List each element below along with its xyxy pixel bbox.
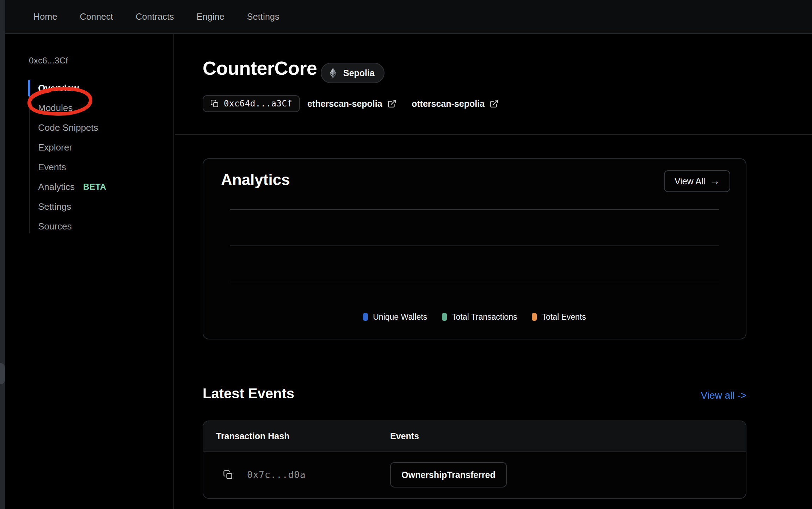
nav-item-connect[interactable]: Connect	[80, 12, 113, 22]
transaction-hash-cell: 0x7c...d0a	[203, 470, 390, 480]
legend-item-total-events: Total Events	[532, 312, 586, 322]
sidebar-item-modules[interactable]: Modules	[29, 98, 163, 118]
beta-badge: BETA	[83, 182, 106, 192]
sidebar-item-settings[interactable]: Settings	[29, 197, 163, 216]
table-header-row: Transaction Hash Events	[203, 421, 746, 452]
legend-swatch	[532, 313, 537, 321]
sidebar-item-sources[interactable]: Sources	[29, 216, 163, 236]
otterscan-link-label: otterscan-sepolia	[412, 99, 485, 109]
transaction-hash-text: 0x7c...d0a	[247, 470, 306, 480]
arrow-right-icon: →	[710, 176, 720, 187]
nav-item-settings[interactable]: Settings	[247, 12, 279, 22]
latest-events-title: Latest Events	[203, 386, 294, 401]
table-row[interactable]: 0x7c...d0a OwnershipTransferred	[203, 452, 746, 498]
chart-legend: Unique Wallets Total Transactions Total …	[203, 311, 746, 323]
analytics-view-all-button[interactable]: View All →	[664, 170, 730, 192]
sidebar-item-label: Explorer	[38, 142, 72, 153]
sidebar-item-label: Modules	[38, 103, 73, 114]
contract-sidebar: 0xc6...3Cf Overview Modules Code Snippet…	[5, 34, 174, 509]
sidebar-item-overview[interactable]: Overview	[29, 78, 163, 98]
column-header-events: Events	[390, 431, 419, 441]
legend-swatch	[442, 313, 447, 321]
nav-item-home[interactable]: Home	[33, 12, 57, 22]
network-badge-label: Sepolia	[343, 68, 375, 78]
analytics-title: Analytics	[221, 171, 290, 189]
legend-label: Unique Wallets	[373, 312, 427, 322]
contract-address-chip[interactable]: 0xc64d...a3Cf	[203, 95, 300, 112]
view-all-label: View All	[675, 176, 705, 186]
main-content: CounterCore Sepolia 0xc64d...a3Cf ethers…	[175, 34, 812, 509]
copy-icon	[210, 99, 219, 108]
otterscan-link[interactable]: otterscan-sepolia	[412, 95, 499, 112]
sidebar-item-label: Code Snippets	[38, 122, 98, 133]
nav-item-contracts[interactable]: Contracts	[136, 12, 174, 22]
sidebar-item-events[interactable]: Events	[29, 157, 163, 177]
legend-label: Total Transactions	[452, 312, 517, 322]
legend-item-unique-wallets: Unique Wallets	[363, 312, 427, 322]
event-badge[interactable]: OwnershipTransferred	[390, 462, 507, 487]
nav-item-engine[interactable]: Engine	[197, 12, 224, 22]
etherscan-link[interactable]: etherscan-sepolia	[307, 95, 396, 112]
sidebar-nav-list: Overview Modules Code Snippets Explorer …	[29, 78, 163, 236]
sidebar-item-code-snippets[interactable]: Code Snippets	[29, 118, 163, 137]
column-header-transaction-hash: Transaction Hash	[203, 431, 390, 441]
header-divider	[175, 134, 812, 135]
etherscan-link-label: etherscan-sepolia	[307, 99, 382, 109]
network-badge[interactable]: Sepolia	[321, 63, 385, 83]
sidebar-item-label: Analytics	[38, 182, 75, 192]
sidebar-item-label: Events	[38, 162, 66, 173]
chart-gridline	[230, 245, 719, 246]
ethereum-icon	[327, 67, 339, 79]
analytics-card: Analytics View All → Unique Wallets Tota…	[203, 158, 746, 339]
sidebar-item-label: Sources	[38, 221, 72, 232]
legend-label: Total Events	[542, 312, 586, 322]
external-link-icon	[387, 99, 396, 108]
window-edge-strip	[0, 0, 5, 509]
chart-gridline	[230, 209, 719, 210]
sidebar-item-explorer[interactable]: Explorer	[29, 137, 163, 157]
top-navigation: Home Connect Contracts Engine Settings	[0, 0, 812, 34]
copy-hash-button[interactable]	[223, 470, 233, 480]
legend-swatch	[363, 313, 368, 321]
drag-handle[interactable]	[0, 363, 5, 384]
sidebar-contract-address: 0xc6...3Cf	[29, 56, 68, 66]
external-link-icon	[490, 99, 499, 108]
chart-gridline	[230, 282, 719, 282]
latest-events-table: Transaction Hash Events 0x7c...d0a Owner…	[203, 421, 746, 499]
latest-events-view-all-link[interactable]: View all ->	[701, 390, 746, 401]
sidebar-item-analytics[interactable]: Analytics BETA	[29, 177, 163, 197]
sidebar-item-label: Overview	[38, 83, 79, 94]
legend-item-total-transactions: Total Transactions	[442, 312, 517, 322]
sidebar-item-label: Settings	[38, 201, 71, 212]
copy-icon	[223, 470, 233, 480]
contract-address-text: 0xc64d...a3Cf	[224, 99, 292, 109]
page-title: CounterCore	[203, 57, 317, 79]
events-cell: OwnershipTransferred	[390, 462, 507, 487]
